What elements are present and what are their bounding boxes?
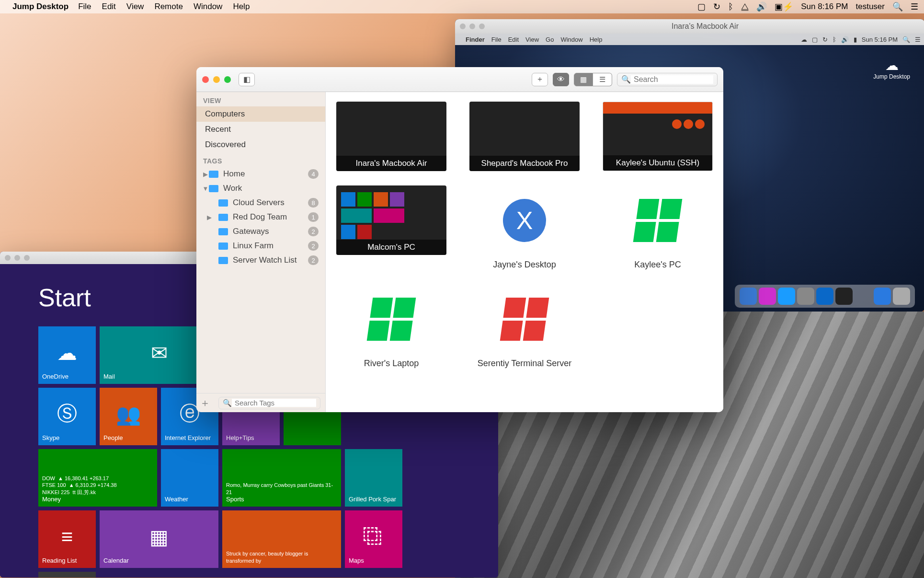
search-field[interactable]: 🔍 — [617, 73, 718, 86]
add-tag-button[interactable]: ＋ — [196, 396, 214, 410]
disclosure-icon[interactable]: ▶ — [206, 214, 213, 221]
bluetooth-icon-small[interactable]: ᛒ — [833, 36, 836, 43]
menu-remote[interactable]: Remote — [154, 2, 183, 12]
search-input[interactable] — [631, 75, 713, 84]
menubar-app-name[interactable]: Jump Desktop — [12, 2, 68, 12]
dock-itunes-icon[interactable] — [759, 288, 776, 305]
spotlight-icon-small[interactable]: 🔍 — [902, 36, 910, 43]
remote-mac-dock[interactable] — [735, 285, 915, 308]
minimize-button[interactable] — [213, 76, 220, 83]
computer-item[interactable]: Shepard's Macbook Pro — [468, 102, 582, 171]
tag-cloud-servers[interactable]: Cloud Servers8 — [196, 196, 325, 210]
dock-trash-icon[interactable] — [893, 288, 910, 305]
display-icon-small[interactable]: ▢ — [812, 36, 818, 43]
disclosure-icon[interactable]: ▼ — [202, 185, 209, 192]
tile-readinglist[interactable]: ≡Reading List — [38, 510, 96, 568]
close-button[interactable] — [202, 76, 209, 83]
computer-thumbnail[interactable]: Kaylee's Ubuntu (SSH) — [603, 102, 713, 171]
inner-menu-go[interactable]: Go — [546, 36, 554, 43]
computer-item[interactable]: River's Laptop — [334, 284, 448, 369]
computer-item[interactable]: X Jayne's Desktop — [468, 185, 582, 270]
sidebar-toggle-button[interactable]: ◧ — [239, 73, 255, 86]
timemachine-icon[interactable]: ↻ — [713, 1, 720, 12]
inner-menu-help[interactable]: Help — [590, 36, 603, 43]
sidebar-item-discovered[interactable]: Discovered — [196, 137, 325, 152]
spotlight-icon[interactable]: 🔍 — [892, 1, 903, 12]
add-button[interactable]: ＋ — [532, 73, 548, 86]
inner-menu-file[interactable]: File — [491, 36, 502, 43]
tile-calendar[interactable]: ▦Calendar — [100, 510, 218, 568]
tile-whats[interactable]: What Doc Thi — [38, 572, 96, 578]
cloud-icon[interactable]: ☁︎ — [801, 36, 807, 43]
battery-icon-small[interactable]: ▮ — [854, 36, 857, 43]
tile-skype[interactable]: ⓈSkype — [38, 388, 96, 445]
tile-money[interactable]: DOW ▲ 16,380.41 +263.17 FTSE 100 ▲ 6,310… — [38, 449, 157, 507]
list-view-button[interactable]: ☰ — [593, 73, 612, 86]
jump-desktop-window[interactable]: ◧ ＋ 👁 ▦ ☰ 🔍 VIEW Computers Recent Discov… — [196, 67, 723, 412]
dock-appstore-icon[interactable] — [778, 288, 795, 305]
computer-item[interactable]: Kaylee's PC — [601, 185, 715, 270]
menubar-clock[interactable]: Sun 8:16 PM — [801, 2, 848, 12]
menu-help[interactable]: Help — [233, 2, 250, 12]
computer-thumbnail[interactable] — [336, 284, 446, 354]
volume-icon[interactable]: 🔊 — [756, 1, 767, 12]
bluetooth-icon[interactable]: ᛒ — [728, 2, 733, 12]
menu-view[interactable]: View — [126, 2, 144, 12]
computer-thumbnail[interactable] — [603, 185, 713, 255]
tile-food[interactable]: Grilled Pork Spar — [345, 449, 402, 507]
inner-menu-edit[interactable]: Edit — [508, 36, 519, 43]
grid-view-button[interactable]: ▦ — [574, 73, 593, 86]
tag-work[interactable]: ▼Work — [196, 181, 325, 196]
computer-thumbnail[interactable]: Shepard's Macbook Pro — [469, 102, 580, 171]
dock-app1-icon[interactable] — [816, 288, 833, 305]
sidebar-item-computers[interactable]: Computers — [196, 106, 325, 122]
traffic-lights[interactable] — [202, 76, 231, 83]
computer-thumbnail[interactable]: Malcom's PC — [336, 185, 446, 255]
tag-red-dog-team[interactable]: ▶Red Dog Team1 — [196, 210, 325, 224]
inner-menu-view[interactable]: View — [525, 36, 539, 43]
tag-home[interactable]: ▶Home4 — [196, 167, 325, 181]
timemachine-icon-small[interactable]: ↻ — [822, 36, 828, 43]
dock-finder-icon[interactable] — [740, 288, 757, 305]
tile-people[interactable]: 👥People — [100, 388, 157, 445]
disclosure-icon[interactable]: ▶ — [202, 171, 209, 178]
computer-thumbnail[interactable] — [469, 284, 580, 354]
wifi-icon[interactable]: ⧋ — [741, 2, 749, 12]
dock-settings-icon[interactable] — [797, 288, 814, 305]
zoom-button[interactable] — [224, 76, 231, 83]
tag-server-watch-list[interactable]: Server Watch List2 — [196, 253, 325, 267]
notifications-icon[interactable]: ☰ — [911, 1, 918, 12]
computer-item[interactable]: Kaylee's Ubuntu (SSH) — [601, 102, 715, 171]
tile-sports[interactable]: Romo, Murray carry Cowboys past Giants 3… — [222, 449, 341, 507]
computer-item[interactable]: Malcom's PC — [334, 185, 448, 270]
computer-item[interactable]: Inara's Macbook Air — [334, 102, 448, 171]
menu-file[interactable]: File — [78, 2, 91, 12]
menu-window[interactable]: Window — [194, 2, 222, 12]
tile-onedrive[interactable]: ☁OneDrive — [38, 326, 96, 384]
tile-maps[interactable]: ⿻Maps — [345, 510, 402, 568]
sidebar-item-recent[interactable]: Recent — [196, 122, 325, 137]
tag-search-input[interactable] — [232, 399, 316, 407]
volume-icon-small[interactable]: 🔊 — [841, 36, 849, 43]
computer-thumbnail[interactable]: Inara's Macbook Air — [336, 102, 446, 171]
traffic-lights[interactable] — [5, 255, 30, 261]
computer-thumbnail[interactable]: X — [469, 185, 580, 255]
remote-mac-titlebar[interactable]: Inara's Macbook Air — [455, 19, 924, 34]
inner-clock[interactable]: Sun 5:16 PM — [862, 36, 898, 43]
tag-gateways[interactable]: Gateways2 — [196, 224, 325, 239]
battery-icon[interactable]: ▣⚡ — [775, 1, 793, 12]
tag-search-field[interactable]: 🔍 — [218, 397, 320, 409]
inner-app-name[interactable]: Finder — [466, 36, 485, 43]
airplay-icon[interactable]: ▢ — [697, 1, 706, 12]
notifications-icon-small[interactable]: ☰ — [915, 36, 921, 43]
tile-news[interactable]: Struck by cancer, beauty blogger is tran… — [222, 510, 341, 568]
view-mode-segment[interactable]: ▦ ☰ — [574, 73, 612, 86]
tile-weather[interactable]: Weather — [161, 449, 218, 507]
dock-app2-icon[interactable] — [874, 288, 891, 305]
inner-menu-window[interactable]: Window — [560, 36, 582, 43]
menubar-user[interactable]: testuser — [856, 2, 885, 12]
tag-linux-farm[interactable]: Linux Farm2 — [196, 239, 325, 253]
quicklook-button[interactable]: 👁 — [553, 73, 569, 86]
traffic-lights[interactable] — [460, 23, 485, 29]
dock-terminal-icon[interactable] — [835, 288, 853, 305]
